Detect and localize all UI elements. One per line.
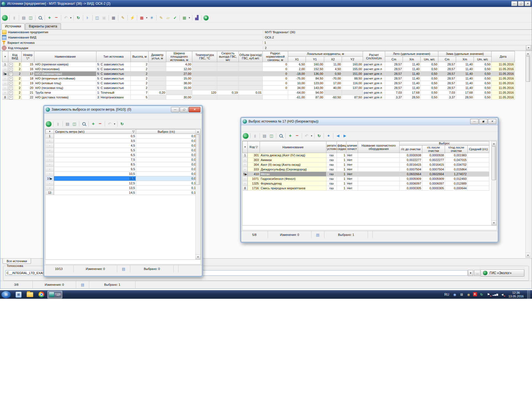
cell-winter-xm[interactable]: 11,40 [456, 76, 474, 81]
table-row[interactable]: 5▶ 410 Метан газ 1 Нет 0,0602664 0,06026… [243, 172, 489, 177]
row-marker[interactable]: 8 [2, 95, 8, 100]
show-desktop-button[interactable] [527, 290, 530, 299]
map-icon[interactable]: ✦ [325, 132, 332, 139]
cell-summer-cm[interactable]: 28,57 [385, 72, 403, 76]
table-row[interactable]: · 304 Азот (II) оксид (Азота оксид) газ … [243, 162, 489, 167]
cell-radius[interactable] [263, 90, 288, 95]
cell-equipment[interactable] [358, 181, 400, 186]
cell-summer-cm[interactable]: 3,37 [385, 95, 403, 100]
cell-date[interactable]: 11.05.2016 [492, 76, 515, 81]
row-marker[interactable]: · [243, 177, 248, 181]
cell-x1[interactable]: 34,00 [288, 86, 306, 90]
cell-radius[interactable]: 0 [263, 86, 288, 90]
cell-date[interactable]: 11.05.2016 [492, 72, 515, 76]
cell-x2[interactable]: -70,00 [324, 76, 342, 81]
marker-header[interactable]: ▼ [2, 51, 8, 62]
cell-x2[interactable]: 11,00 [324, 62, 342, 67]
menu-item[interactable] [252, 127, 257, 129]
cell-substance-name[interactable]: Формальдегид [260, 181, 326, 186]
taskbar-clock[interactable]: 12:36 13.05.2016 [508, 291, 524, 298]
cell-state[interactable]: газ [326, 153, 337, 158]
cell-winter-xm[interactable]: 11,40 [456, 67, 474, 72]
cell-wind-speed[interactable]: 0,5 [54, 134, 136, 139]
cell-gs-after[interactable]: 0,0000305 [422, 186, 445, 191]
cell-state[interactable]: газ [326, 181, 337, 186]
expand-icon[interactable]: + [9, 82, 13, 85]
delete-icon[interactable]: − [53, 14, 60, 21]
refresh-icon[interactable]: ↻ [316, 132, 323, 139]
cell-gs-before[interactable]: 0,0602664 [400, 172, 422, 177]
cell-wind-speed[interactable]: 5,5 [54, 148, 136, 153]
field-value[interactable]: ОСК-2 [263, 36, 532, 39]
menu-item[interactable] [6, 9, 11, 11]
row-marker[interactable]: · [46, 162, 54, 167]
col-type[interactable]: Тип источника [96, 51, 131, 62]
menu-item[interactable] [55, 116, 60, 117]
field-row[interactable]: Вариант источника 1 [0, 40, 532, 45]
table-row[interactable]: 1 + 2 15 Н/О (приемная камера) 5: С зави… [2, 62, 515, 67]
table-row[interactable]: · 8,5 0,0 [46, 162, 197, 167]
cell-cleaning[interactable]: Нет [346, 181, 358, 186]
cell-gs-before[interactable]: 0,0000305 [400, 186, 422, 191]
table-row[interactable]: · + 2 16 Н/О (песколовки) 5: С зависимос… [2, 67, 515, 72]
cell-calc[interactable]: расчет для л [363, 67, 385, 72]
print-icon[interactable]: ▤ [261, 132, 268, 139]
cell-height[interactable]: 2 [131, 67, 149, 72]
cell-average[interactable] [468, 162, 489, 167]
cell-y2[interactable]: 151,00 [342, 72, 363, 76]
search-icon[interactable] [37, 14, 44, 21]
scroll-thumb[interactable] [196, 134, 200, 185]
cell-y2[interactable]: 137,00 [342, 86, 363, 90]
cell-type[interactable]: 5: С зависимостью [96, 81, 131, 86]
cell-radius[interactable]: 0 [263, 76, 288, 81]
cell-radius[interactable]: 0 [263, 62, 288, 67]
cell-type[interactable]: 5: С зависимостью [96, 86, 131, 90]
search-icon[interactable] [80, 121, 87, 127]
cell-emission[interactable]: 0,1 [136, 190, 197, 195]
col-winter-cm[interactable]: Cm [438, 57, 456, 62]
cell-speed[interactable] [217, 76, 239, 81]
cell-winter-xm[interactable]: 11,40 [456, 86, 474, 90]
cell-state[interactable]: газ [326, 158, 337, 162]
cell-summer-cm[interactable]: 28,57 [385, 81, 403, 86]
cell-width[interactable]: 15,00 [166, 76, 192, 81]
table-row[interactable]: · 1071 Гидроксибензол (Фенол) газ 1 Нет … [243, 177, 489, 181]
cell-substance-name[interactable]: Гидроксибензол (Фенол) [260, 177, 326, 181]
table-row[interactable]: 8 1716 Смесь природных меркаптанов газ 1… [243, 186, 489, 191]
table-row[interactable]: · 6,5 0,0 [46, 153, 197, 157]
cell-cleaning[interactable]: Нет [346, 158, 358, 162]
col-group-summer[interactable]: Лето (удельные значения) [385, 51, 438, 57]
prev-arrow-icon[interactable]: ◀ [334, 132, 341, 139]
cell-winter-um[interactable]: 0,50 [474, 86, 492, 90]
col-x1[interactable]: X1 [288, 57, 306, 62]
cell-sedimentation[interactable]: 1 [337, 162, 346, 167]
folder-open-icon[interactable]: ▱ [165, 14, 172, 21]
cell-speed[interactable]: 0,19 [217, 90, 239, 95]
cell-calc[interactable]: расчет для л [363, 86, 385, 90]
menu-item[interactable] [45, 116, 50, 117]
table-row[interactable]: · + 2 18 Н/О (вторичные отстойники) 5: С… [2, 76, 515, 81]
cell-winter-xm[interactable]: 11,40 [456, 62, 474, 67]
cell-y2[interactable]: 116,00 [342, 81, 363, 86]
cell-temperature[interactable] [192, 81, 217, 86]
refresh-icon[interactable]: ↻ [119, 121, 126, 127]
tab-calc-variants[interactable]: Варианты расчета [25, 23, 61, 29]
cell-winter-um[interactable]: 0,50 [474, 76, 492, 81]
cell-kod-vid[interactable]: 2 [14, 86, 22, 90]
cell-name[interactable]: Н/О (биореакторы) [34, 72, 96, 76]
cell-kod-vid[interactable]: 2 [14, 81, 22, 86]
cell-gs-before[interactable]: 0,0006097 [400, 181, 422, 186]
cell-substance-name[interactable]: Смесь природных меркаптанов [260, 186, 326, 191]
doc-edit-icon[interactable]: ✎ [158, 14, 165, 21]
cell-type[interactable]: 5: С зависимостью [96, 62, 131, 67]
cell-emission[interactable]: 0,0 [136, 153, 197, 157]
cell-kod-vid[interactable]: 2 [14, 72, 22, 76]
cell-winter-um[interactable]: 0,50 [474, 95, 492, 100]
cell-y2[interactable] [342, 90, 363, 95]
tab-sources[interactable]: Источники [1, 23, 25, 30]
cell-diameter[interactable] [149, 86, 166, 90]
undo-dropdown-icon[interactable]: ▾ [113, 121, 116, 127]
cell-height[interactable]: 2 [131, 72, 149, 76]
cell-temperature[interactable]: 120 [192, 90, 217, 95]
cell-substance-name[interactable]: Азот (II) оксид (Азота оксид) [260, 162, 326, 167]
